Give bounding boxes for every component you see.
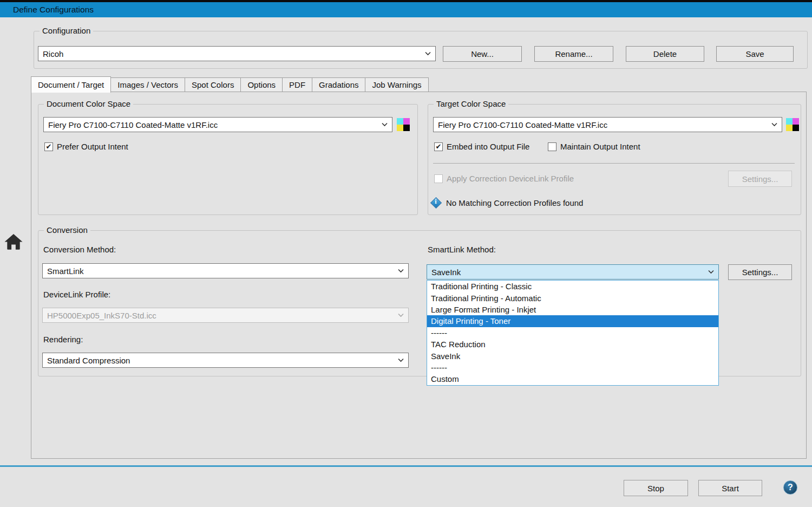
smartlink-method-select[interactable]: SaveInk	[427, 264, 719, 280]
prefer-output-intent-checkbox[interactable]: Prefer Output Intent	[44, 142, 128, 151]
smartlink-method-value: SaveInk	[431, 268, 461, 277]
check-icon[interactable]	[44, 142, 53, 151]
apply-correction-devicelink-checkbox: Apply Correction DeviceLink Profile	[434, 174, 574, 183]
dropdown-option[interactable]: ------	[427, 362, 718, 373]
define-configurations-dialog: Define Configurations Configuration Rico…	[0, 0, 812, 507]
document-profile-select[interactable]: Fiery Pro C7100-C7110 Coated-Matte v1RF.…	[43, 117, 392, 132]
embed-into-output-file-checkbox[interactable]: Embed into Output File	[434, 142, 529, 151]
dropdown-option[interactable]: Traditional Printing - Automatic	[427, 292, 718, 303]
conversion-method-label: Conversion Method:	[43, 245, 116, 254]
conversion-method-select[interactable]: SmartLink	[42, 263, 409, 278]
devicelink-profile-label: DeviceLink Profile:	[43, 290, 110, 299]
stop-button[interactable]: Stop	[624, 480, 688, 496]
check-icon	[434, 174, 443, 183]
new-button[interactable]: New...	[443, 46, 522, 62]
tab-job-warnings[interactable]: Job Warnings	[365, 77, 428, 92]
rendering-label: Rendering:	[43, 335, 83, 344]
maintain-output-intent-label: Maintain Output Intent	[560, 142, 640, 151]
document-profile-value: Fiery Pro C7100-C7110 Coated-Matte v1RF.…	[48, 120, 218, 129]
check-icon[interactable]	[434, 142, 443, 151]
cmyk-swatch-icon	[397, 118, 410, 131]
info-message-text: No Matching Correction Profiles found	[446, 198, 583, 207]
conversion-method-value: SmartLink	[47, 266, 84, 276]
start-button[interactable]: Start	[698, 480, 762, 496]
footer-separator	[0, 465, 812, 467]
tab-bar: Document / TargetImages / VectorsSpot Co…	[31, 76, 429, 92]
rendering-value: Standard Compression	[47, 356, 130, 365]
chevron-down-icon	[398, 269, 404, 273]
help-icon[interactable]: ?	[783, 480, 797, 495]
tab-document-target[interactable]: Document / Target	[31, 76, 111, 93]
smartlink-method-label: SmartLink Method:	[428, 245, 496, 254]
tab-gradations[interactable]: Gradations	[312, 77, 365, 92]
rename-button[interactable]: Rename...	[534, 46, 613, 62]
info-diamond-icon: i	[430, 197, 441, 208]
delete-button[interactable]: Delete	[626, 46, 704, 62]
dropdown-option[interactable]: Digital Printing - Toner	[427, 315, 718, 327]
document-color-space-label: Document Color Space	[44, 99, 133, 108]
tab-pdf[interactable]: PDF	[282, 77, 312, 92]
home-icon[interactable]	[3, 231, 24, 252]
chevron-down-icon	[771, 123, 777, 127]
tab-spot-colors[interactable]: Spot Colors	[185, 77, 241, 92]
devicelink-profile-value: HP5000Exp05_InkS70-Std.icc	[47, 311, 156, 320]
dropdown-option[interactable]: ------	[427, 327, 718, 339]
devicelink-profile-select: HP5000Exp05_InkS70-Std.icc	[42, 308, 409, 323]
separator	[433, 163, 795, 164]
dropdown-option[interactable]: Traditional Printing - Classic	[427, 281, 718, 292]
rendering-select[interactable]: Standard Compression	[42, 353, 409, 368]
chevron-down-icon	[398, 359, 404, 362]
correction-settings-button: Settings...	[728, 171, 792, 187]
chevron-down-icon	[708, 270, 714, 274]
apply-correction-devicelink-label: Apply Correction DeviceLink Profile	[447, 174, 574, 183]
chevron-down-icon	[398, 314, 404, 317]
tab-images-vectors[interactable]: Images / Vectors	[110, 77, 185, 92]
smartlink-method-listbox[interactable]: Traditional Printing - ClassicTraditiona…	[427, 280, 719, 386]
dropdown-option[interactable]: Custom	[427, 373, 718, 385]
prefer-output-intent-label: Prefer Output Intent	[57, 142, 128, 151]
embed-into-output-file-label: Embed into Output File	[447, 142, 529, 151]
titlebar: Define Configurations	[0, 2, 812, 17]
maintain-output-intent-checkbox[interactable]: Maintain Output Intent	[548, 142, 640, 151]
check-icon[interactable]	[548, 142, 556, 151]
cmyk-swatch-icon	[786, 118, 799, 131]
dropdown-option[interactable]: Large Format Printing - Inkjet	[427, 304, 718, 315]
window-title: Define Configurations	[13, 5, 94, 15]
tab-options[interactable]: Options	[240, 77, 283, 92]
dropdown-option[interactable]: TAC Reduction	[427, 339, 718, 350]
target-color-space-label: Target Color Space	[434, 99, 508, 108]
save-button[interactable]: Save	[716, 46, 794, 62]
dropdown-option[interactable]: SaveInk	[427, 350, 718, 361]
configuration-group-label: Configuration	[40, 26, 93, 35]
configuration-select[interactable]: Ricoh	[38, 46, 436, 61]
smartlink-settings-button[interactable]: Settings...	[728, 264, 792, 280]
info-message-row: i No Matching Correction Profiles found	[430, 197, 583, 208]
conversion-group-label: Conversion	[44, 225, 90, 235]
target-profile-select[interactable]: Fiery Pro C7100-C7110 Coated-Matte v1RF.…	[433, 117, 782, 132]
configuration-select-value: Ricoh	[43, 49, 63, 58]
target-profile-value: Fiery Pro C7100-C7110 Coated-Matte v1RF.…	[438, 120, 607, 129]
chevron-down-icon	[425, 52, 431, 56]
chevron-down-icon	[382, 123, 388, 127]
